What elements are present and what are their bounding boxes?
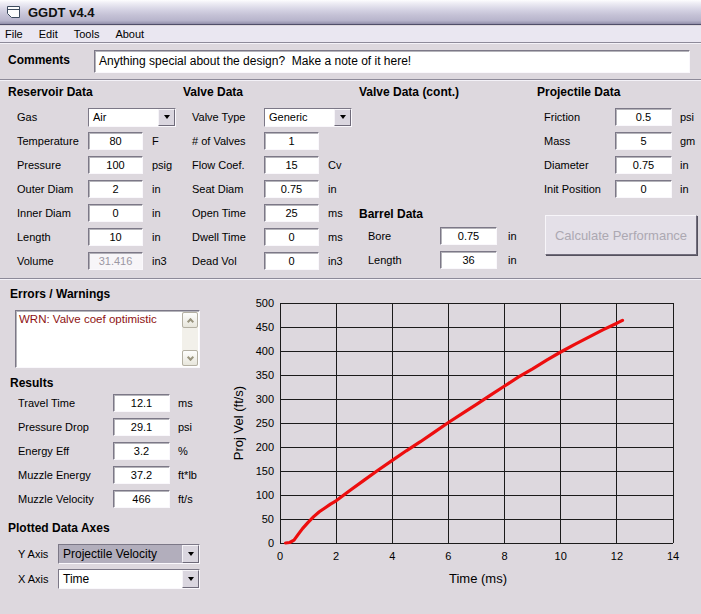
dropdown-arrow-icon — [188, 552, 194, 556]
calculate-performance-button[interactable]: Calculate Performance — [545, 215, 697, 255]
pressure-label: Pressure — [17, 159, 88, 171]
friction-row: Friction0.5psi — [544, 105, 695, 129]
divider — [0, 79, 701, 81]
reservoir-heading: Reservoir Data — [8, 85, 93, 99]
friction-input[interactable]: 0.5 — [615, 108, 672, 126]
title-bar[interactable]: GGDT v4.4 — [0, 0, 701, 25]
menu-about[interactable]: About — [107, 26, 152, 42]
unit-label: in3 — [328, 255, 343, 267]
svg-text:8: 8 — [502, 550, 508, 562]
comments-input[interactable]: Anything special about the design? Make … — [94, 50, 690, 73]
length-label: Length — [17, 231, 88, 243]
chart-grid — [280, 303, 673, 543]
menu-edit[interactable]: Edit — [31, 26, 66, 42]
dropdown-arrow-button[interactable] — [158, 109, 175, 126]
menu-file[interactable]: File — [0, 26, 31, 42]
muzzle-velocity-input[interactable]: 466 — [113, 490, 170, 508]
energy-eff-input[interactable]: 3.2 — [113, 442, 170, 460]
travel-time-input[interactable]: 12.1 — [113, 394, 170, 412]
dropdown-arrow-icon — [340, 115, 346, 119]
window-title: GGDT v4.4 — [28, 5, 94, 20]
diameter-label: Diameter — [544, 159, 615, 171]
seat-diam-input[interactable]: 0.75 — [264, 180, 319, 198]
outer-diam-label: Outer Diam — [17, 183, 88, 195]
unit-label: F — [152, 135, 159, 147]
menu-tools[interactable]: Tools — [66, 26, 108, 42]
svg-text:6: 6 — [445, 550, 451, 562]
mass-input[interactable]: 5 — [615, 132, 672, 150]
svg-text:50: 50 — [262, 513, 274, 525]
length-input[interactable]: 36 — [440, 251, 497, 269]
of-valves-row: # of Valves1 — [192, 129, 361, 153]
reservoir-fields: GasAirTemperature80FPressure100psigOuter… — [17, 105, 185, 273]
seat-diam-row: Seat Diam0.75in — [192, 177, 361, 201]
bore-row: Bore0.75in — [368, 224, 517, 248]
svg-text:350: 350 — [256, 369, 274, 381]
flow-coef-input[interactable]: 15 — [264, 156, 319, 174]
unit-label: in — [152, 207, 161, 219]
dwell-time-label: Dwell Time — [192, 231, 264, 243]
dropdown-arrow-button[interactable] — [182, 570, 199, 588]
length-label: Length — [368, 254, 440, 266]
errors-scrollbar[interactable] — [182, 312, 198, 366]
of-valves-label: # of Valves — [192, 135, 264, 147]
dropdown-arrow-button[interactable] — [334, 109, 351, 126]
results-heading: Results — [10, 376, 53, 390]
dwell-time-row: Dwell Time0ms — [192, 225, 361, 249]
unit-label: ms — [328, 207, 343, 219]
dwell-time-input[interactable]: 0 — [264, 228, 319, 246]
unit-label: psig — [152, 159, 172, 171]
init-position-input[interactable]: 0 — [615, 180, 672, 198]
selected-value: Time — [59, 570, 182, 588]
unit-label: % — [178, 445, 188, 457]
dropdown-arrow-icon — [164, 115, 170, 119]
pressure-drop-input[interactable]: 29.1 — [113, 418, 170, 436]
dropdown-arrow-button[interactable] — [182, 545, 199, 563]
gas-select[interactable]: Air — [88, 108, 176, 127]
pressure-input[interactable]: 100 — [88, 156, 143, 174]
barrel-heading: Barrel Data — [359, 207, 423, 221]
dead-vol-input[interactable]: 0 — [264, 252, 319, 270]
scroll-down-button[interactable] — [182, 350, 198, 366]
unit-label: in — [152, 183, 161, 195]
inner-diam-input[interactable]: 0 — [88, 204, 143, 222]
valve-cont-heading: Valve Data (cont.) — [359, 85, 459, 99]
flow-coef-row: Flow Coef.15Cv — [192, 153, 361, 177]
unit-label: in — [508, 230, 517, 242]
muzzle-energy-label: Muzzle Energy — [18, 469, 113, 481]
svg-text:0: 0 — [268, 537, 274, 549]
form-icon — [6, 5, 21, 19]
svg-text:12: 12 — [611, 550, 623, 562]
seat-diam-label: Seat Diam — [192, 183, 264, 195]
open-time-input[interactable]: 25 — [264, 204, 319, 222]
unit-label: in — [152, 231, 161, 243]
unit-label: Cv — [328, 159, 341, 171]
travel-time-label: Travel Time — [18, 397, 113, 409]
length-input[interactable]: 10 — [88, 228, 143, 246]
x-axis-select[interactable]: Time — [58, 569, 200, 589]
bore-input[interactable]: 0.75 — [440, 227, 497, 245]
muzzle-energy-input[interactable]: 37.2 — [113, 466, 170, 484]
length-row: Length36in — [368, 248, 517, 272]
of-valves-input[interactable]: 1 — [264, 132, 319, 150]
selected-value: Projectile Velocity — [59, 545, 182, 563]
outer-diam-input[interactable]: 2 — [88, 180, 143, 198]
y-axis-select[interactable]: Projectile Velocity — [58, 544, 200, 564]
chevron-up-icon — [186, 317, 193, 324]
length-row: Length10in — [17, 225, 185, 249]
unit-label: psi — [178, 421, 192, 433]
selected-value: Generic — [265, 109, 334, 126]
diameter-input[interactable]: 0.75 — [615, 156, 672, 174]
velocity-chart: 0246810121405010015020025030035040045050… — [230, 290, 701, 614]
unit-label: gm — [680, 135, 695, 147]
gas-label: Gas — [17, 111, 88, 123]
volume-label: Volume — [17, 255, 88, 267]
scroll-up-button[interactable] — [182, 312, 198, 328]
errors-textarea[interactable]: WRN: Valve coef optimistic — [15, 310, 200, 368]
valve-type-select[interactable]: Generic — [264, 108, 352, 127]
volume-row: Volume31.416in3 — [17, 249, 185, 273]
y-axis-row: Y AxisProjectile Velocity — [18, 541, 200, 566]
bore-label: Bore — [368, 230, 440, 242]
temperature-input[interactable]: 80 — [88, 132, 143, 150]
svg-text:10: 10 — [555, 550, 567, 562]
